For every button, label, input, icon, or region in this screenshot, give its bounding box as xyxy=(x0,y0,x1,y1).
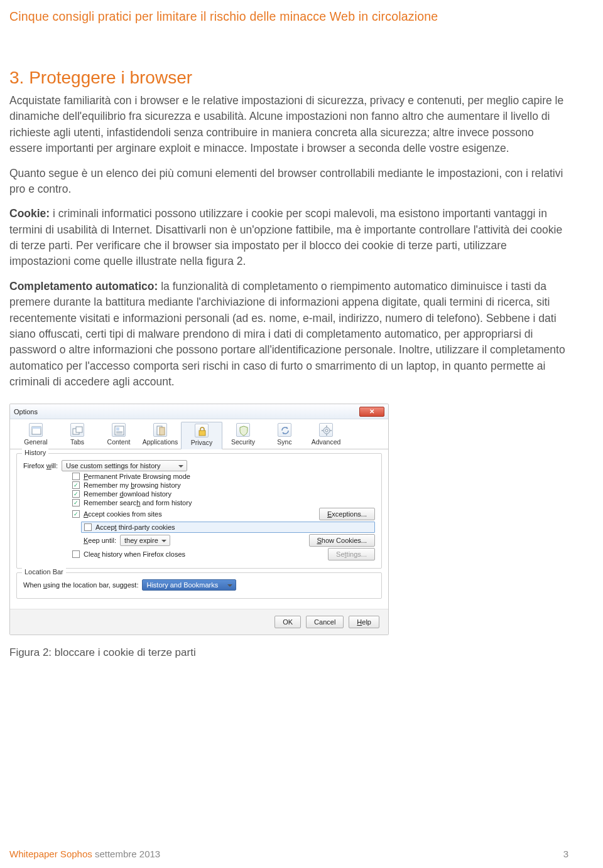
location-suggest-select[interactable]: History and Bookmarks xyxy=(142,579,236,591)
checkbox-unchecked[interactable] xyxy=(84,523,92,531)
history-group: History Firefox will: Use custom setting… xyxy=(16,453,382,569)
privacy-lock-icon xyxy=(195,424,209,437)
tab-label: Security xyxy=(222,438,264,446)
term-autocomplete: Completamento automatico: xyxy=(9,280,158,292)
group-legend: History xyxy=(22,449,48,456)
checkbox-checked[interactable]: ✓ xyxy=(72,490,80,498)
tab-label: Tabs xyxy=(57,438,98,446)
dialog-title: Options xyxy=(14,408,359,415)
label: Permanent Private Browsing mode xyxy=(84,473,190,480)
running-head: Cinque consigli pratici per limitare il … xyxy=(9,9,568,24)
tab-label: Advanced xyxy=(305,438,347,446)
keep-until-row: Keep until: they expire Show Cookies... xyxy=(84,534,375,547)
section-heading: 3. Proteggere i browser xyxy=(9,68,568,88)
dialog-footer: OK Cancel Help xyxy=(10,609,388,635)
general-icon xyxy=(29,423,43,437)
checkbox-checked[interactable]: ✓ xyxy=(72,499,80,506)
article-body: 3. Proteggere i browser Acquistate famil… xyxy=(9,68,568,659)
sync-icon xyxy=(278,423,291,437)
exceptions-button[interactable]: Exceptions... xyxy=(319,508,375,520)
help-button[interactable]: Help xyxy=(349,616,379,628)
label: Firefox will: xyxy=(23,462,58,469)
checkbox-unchecked[interactable] xyxy=(72,473,80,480)
location-suggest-row: When using the location bar, suggest: Hi… xyxy=(23,579,375,591)
tab-label: Privacy xyxy=(182,439,222,446)
tab-advanced[interactable]: Advanced xyxy=(305,422,347,449)
tab-label: Sync xyxy=(264,438,305,446)
clear-on-close-row[interactable]: Clear history when Firefox closes Settin… xyxy=(72,548,375,560)
permanent-private-row[interactable]: Permanent Private Browsing mode xyxy=(72,473,375,480)
tab-security[interactable]: Security xyxy=(222,422,264,449)
figure-caption: Figura 2: bloccare i cookie di terze par… xyxy=(9,646,568,659)
tab-label: General xyxy=(15,438,57,446)
tab-tabs[interactable]: Tabs xyxy=(57,422,98,449)
accept-cookies-row[interactable]: ✓ Accept cookies from sites Exceptions..… xyxy=(72,508,375,520)
tab-sync[interactable]: Sync xyxy=(264,422,305,449)
remember-search-row[interactable]: ✓ Remember search and form history xyxy=(72,499,375,506)
label: Remember search and form history xyxy=(84,499,192,506)
tab-label: Content xyxy=(98,438,139,446)
checkbox-checked[interactable]: ✓ xyxy=(72,481,80,489)
checkbox-unchecked[interactable] xyxy=(72,550,80,558)
privacy-panel: History Firefox will: Use custom setting… xyxy=(10,449,388,609)
tab-general[interactable]: General xyxy=(15,422,57,449)
tab-applications[interactable]: Applications xyxy=(139,422,181,449)
label: Keep until: xyxy=(84,537,116,544)
firefox-will-row: Firefox will: Use custom settings for hi… xyxy=(23,460,375,471)
paragraph-cookie: Cookie: i criminali informatici possono … xyxy=(9,206,568,270)
keep-until-select[interactable]: they expire xyxy=(120,535,170,546)
tab-content[interactable]: Content xyxy=(98,422,139,449)
cancel-button[interactable]: Cancel xyxy=(306,616,344,628)
svg-rect-9 xyxy=(160,427,165,435)
close-button[interactable]: ✕ xyxy=(359,407,384,417)
svg-rect-1 xyxy=(32,427,41,429)
paragraph: Quanto segue è un elenco dei più comuni … xyxy=(9,166,568,198)
dialog-titlebar[interactable]: Options ✕ xyxy=(10,404,388,419)
accept-third-party-row[interactable]: Accept third-party cookies xyxy=(81,522,375,533)
footer-date: settembre 2013 xyxy=(95,849,160,859)
tab-strip: General Tabs Content Applications Privac… xyxy=(10,419,388,449)
paragraph-autocomplete: Completamento automatico: la funzionalit… xyxy=(9,279,568,390)
checkbox-checked[interactable]: ✓ xyxy=(72,510,80,518)
svg-rect-10 xyxy=(199,431,205,436)
tabs-icon xyxy=(70,423,84,437)
svg-point-12 xyxy=(325,429,328,432)
tab-privacy[interactable]: Privacy xyxy=(181,422,222,449)
page-footer: Whitepaper Sophos settembre 2013 3 xyxy=(9,849,568,859)
paragraph: Acquistate familiarità con i browser e l… xyxy=(9,93,568,157)
remember-browsing-row[interactable]: ✓ Remember my browsing history xyxy=(72,481,375,489)
text: i criminali informatici possono utilizza… xyxy=(9,207,562,267)
options-dialog: Options ✕ General Tabs Content xyxy=(9,404,389,635)
label: Remember my browsing history xyxy=(84,481,181,489)
svg-rect-3 xyxy=(76,427,82,432)
firefox-will-select[interactable]: Use custom settings for history xyxy=(62,460,187,471)
close-icon: ✕ xyxy=(369,408,374,415)
show-cookies-button[interactable]: Show Cookies... xyxy=(309,534,376,547)
tab-label: Applications xyxy=(139,438,181,446)
ok-button[interactable]: OK xyxy=(274,616,301,628)
label: Accept third-party cookies xyxy=(95,523,175,531)
page-number: 3 xyxy=(563,849,568,859)
settings-button: Settings... xyxy=(328,548,375,560)
text: la funzionalità di completamento o riemp… xyxy=(9,280,565,388)
remember-download-row[interactable]: ✓ Remember download history xyxy=(72,490,375,498)
group-legend: Location Bar xyxy=(22,568,66,576)
label: Accept cookies from sites xyxy=(84,510,162,518)
location-bar-group: Location Bar When using the location bar… xyxy=(16,572,382,599)
applications-icon xyxy=(153,423,167,437)
label: Remember download history xyxy=(84,490,171,498)
svg-rect-5 xyxy=(116,427,119,431)
advanced-gear-icon xyxy=(319,423,333,437)
label: Clear history when Firefox closes xyxy=(84,550,185,558)
term-cookie: Cookie: xyxy=(9,207,50,220)
content-icon xyxy=(112,423,126,437)
label: When using the location bar, suggest: xyxy=(23,581,138,589)
footer-brand: Whitepaper Sophos xyxy=(9,849,92,859)
security-shield-icon xyxy=(236,423,250,437)
